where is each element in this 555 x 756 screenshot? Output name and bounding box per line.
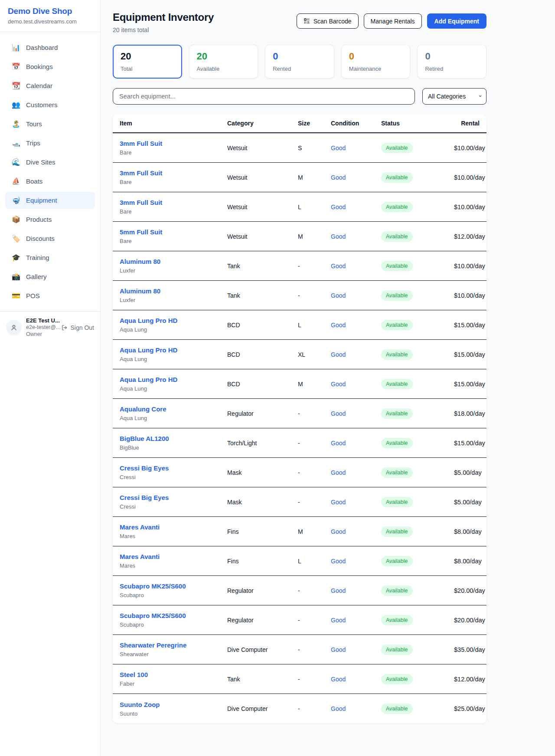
- item-name-link[interactable]: 3mm Full Suit: [120, 199, 162, 206]
- item-brand: Suunto: [120, 710, 227, 717]
- item-condition-link[interactable]: Good: [331, 174, 346, 181]
- stat-card-rented[interactable]: 0 Rented: [265, 45, 334, 79]
- item-name-link[interactable]: Aluminum 80: [120, 287, 160, 295]
- item-condition-link[interactable]: Good: [331, 263, 346, 270]
- item-condition-link[interactable]: Good: [331, 233, 346, 240]
- item-cell: Scubapro MK25/S600 Scubapro: [120, 582, 227, 598]
- item-condition-link[interactable]: Good: [331, 587, 346, 594]
- sidebar-item-label: Training: [26, 254, 49, 261]
- item-condition-cell: Good: [331, 646, 381, 654]
- item-name-link[interactable]: Cressi Big Eyes: [120, 494, 169, 501]
- item-condition-link[interactable]: Good: [331, 676, 346, 683]
- sidebar-item-products[interactable]: 📦 Products: [5, 211, 95, 228]
- manage-rentals-button[interactable]: Manage Rentals: [364, 13, 422, 29]
- stat-card-total[interactable]: 20 Total: [113, 45, 182, 79]
- item-condition-link[interactable]: Good: [331, 440, 346, 447]
- item-condition-link[interactable]: Good: [331, 617, 346, 624]
- item-condition-cell: Good: [331, 498, 381, 506]
- item-name-link[interactable]: 5mm Full Suit: [120, 228, 162, 236]
- main-content: Equipment Inventory 20 items total Scan …: [101, 0, 555, 756]
- brand-title[interactable]: Demo Dive Shop: [8, 7, 92, 16]
- item-category: Wetsuit: [227, 233, 298, 240]
- sidebar-item-equipment[interactable]: 🤿 Equipment: [5, 192, 95, 209]
- item-condition-link[interactable]: Good: [331, 469, 346, 476]
- sidebar-item-label: Calendar: [26, 82, 52, 89]
- status-badge: Available: [381, 467, 413, 478]
- item-name-link[interactable]: Suunto Zoop: [120, 701, 160, 708]
- sidebar-item-dashboard[interactable]: 📊 Dashboard: [5, 39, 95, 56]
- sidebar-item-calendar[interactable]: 📆 Calendar: [5, 77, 95, 94]
- item-name-link[interactable]: 3mm Full Suit: [120, 140, 162, 147]
- item-condition-link[interactable]: Good: [331, 646, 346, 653]
- item-condition-link[interactable]: Good: [331, 705, 346, 712]
- item-condition-link[interactable]: Good: [331, 381, 346, 388]
- item-condition-link[interactable]: Good: [331, 410, 346, 417]
- sign-out-button[interactable]: Sign Out: [61, 324, 94, 331]
- filter-row: All Categories ⌄: [113, 88, 486, 105]
- item-condition-link[interactable]: Good: [331, 322, 346, 329]
- item-brand: Aqua Lung: [120, 326, 227, 333]
- item-name-link[interactable]: Scubapro MK25/S600: [120, 612, 186, 619]
- item-condition-link[interactable]: Good: [331, 145, 346, 151]
- item-name-link[interactable]: Aqua Lung Pro HD: [120, 376, 177, 383]
- item-condition-link[interactable]: Good: [331, 204, 346, 210]
- search-input[interactable]: [113, 88, 415, 105]
- category-select[interactable]: All Categories: [422, 88, 486, 105]
- equipment-table: Item Category Size Condition Status Rent…: [113, 114, 486, 723]
- item-name-link[interactable]: 3mm Full Suit: [120, 169, 162, 177]
- stat-card-retired[interactable]: 0 Retired: [417, 45, 486, 79]
- item-condition-link[interactable]: Good: [331, 499, 346, 506]
- item-status-cell: Available: [381, 231, 454, 242]
- item-name-link[interactable]: BigBlue AL1200: [120, 435, 169, 442]
- item-name-link[interactable]: Shearwater Peregrine: [120, 641, 186, 649]
- table-row-mares-avanti: Mares Avanti Mares Fins L Good Available: [113, 546, 486, 576]
- status-badge: Available: [381, 172, 413, 183]
- items-total-count: 20 items total: [113, 26, 214, 33]
- scan-barcode-button[interactable]: Scan Barcode: [297, 13, 359, 29]
- item-category: Dive Computer: [227, 646, 298, 653]
- sidebar-item-icon: 🌊: [11, 158, 21, 166]
- sidebar-item-icon: 🏷️: [11, 234, 21, 243]
- item-name-link[interactable]: Mares Avanti: [120, 553, 160, 560]
- sidebar-item-label: Boats: [26, 177, 42, 185]
- item-condition-link[interactable]: Good: [331, 351, 346, 358]
- sidebar-item-gallery[interactable]: 📸 Gallery: [5, 268, 95, 285]
- sidebar-item-tours[interactable]: 🏝️ Tours: [5, 115, 95, 132]
- item-name-link[interactable]: Aluminum 80: [120, 258, 160, 265]
- item-condition-link[interactable]: Good: [331, 528, 346, 535]
- sidebar-item-training[interactable]: 🎓 Training: [5, 249, 95, 266]
- sidebar-item-dive-sites[interactable]: 🌊 Dive Sites: [5, 154, 95, 171]
- stat-card-maintenance[interactable]: 0 Maintenance: [341, 45, 411, 79]
- item-status-cell: Available: [381, 438, 454, 448]
- item-name-link[interactable]: Steel 100: [120, 671, 148, 678]
- sidebar-item-label: Equipment: [26, 197, 57, 204]
- item-name-link[interactable]: Mares Avanti: [120, 523, 160, 531]
- sidebar-item-boats[interactable]: ⛵ Boats: [5, 173, 95, 190]
- item-name-link[interactable]: Aqua Lung Pro HD: [120, 317, 177, 324]
- add-equipment-label: Add Equipment: [434, 18, 479, 25]
- item-rental: $5.00/day: [454, 469, 482, 476]
- item-cell: Cressi Big Eyes Cressi: [120, 494, 227, 510]
- item-status-cell: Available: [381, 143, 454, 153]
- sidebar-item-pos[interactable]: 💳 POS: [5, 287, 95, 304]
- item-condition-link[interactable]: Good: [331, 558, 346, 565]
- sidebar-item-bookings[interactable]: 📅 Bookings: [5, 58, 95, 75]
- sidebar-item-discounts[interactable]: 🏷️ Discounts: [5, 230, 95, 247]
- sidebar-item-trips[interactable]: 🛥️ Trips: [5, 135, 95, 151]
- sidebar-item-icon: 📦: [11, 215, 21, 224]
- add-equipment-button[interactable]: Add Equipment: [427, 13, 486, 29]
- item-name-link[interactable]: Aqua Lung Pro HD: [120, 346, 177, 354]
- stat-card-available[interactable]: 20 Available: [189, 45, 258, 79]
- item-name-link[interactable]: Cressi Big Eyes: [120, 464, 169, 472]
- barcode-icon: [304, 18, 310, 24]
- sidebar-item-icon: 📅: [11, 62, 21, 71]
- item-condition-link[interactable]: Good: [331, 292, 346, 299]
- item-category: Mask: [227, 499, 298, 506]
- item-name-link[interactable]: Scubapro MK25/S600: [120, 582, 186, 590]
- item-cell: Mares Avanti Mares: [120, 523, 227, 539]
- sidebar-item-customers[interactable]: 👥 Customers: [5, 96, 95, 113]
- item-size: -: [298, 617, 331, 624]
- item-name-link[interactable]: Aqualung Core: [120, 405, 166, 413]
- table-row-3mm-full-suit: 3mm Full Suit Bare Wetsuit L Good Availa…: [113, 192, 486, 222]
- user-role: Owner: [26, 331, 57, 338]
